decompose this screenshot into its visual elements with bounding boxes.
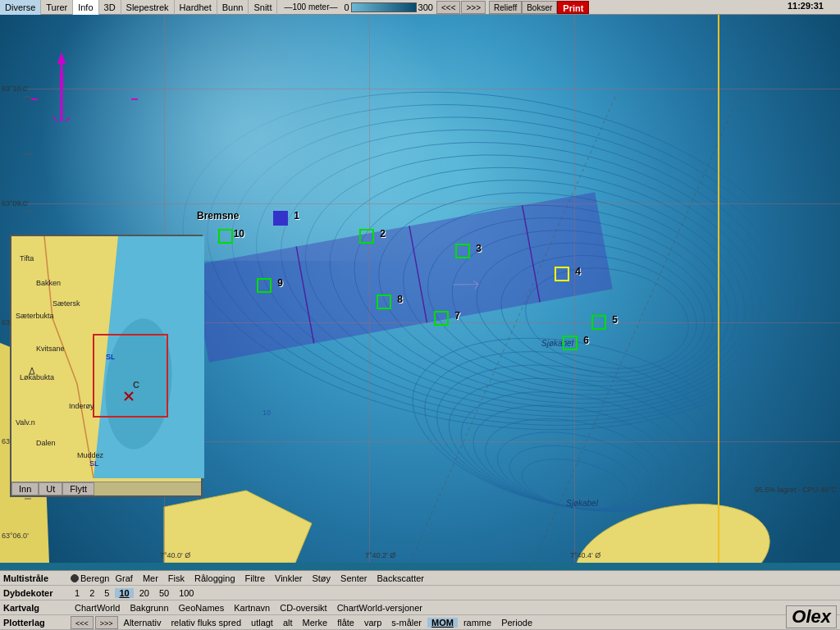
waypoint-6[interactable]: 6 xyxy=(563,336,578,350)
btn-fisk[interactable]: Fisk xyxy=(164,573,189,583)
inset-ut-btn[interactable]: Ut xyxy=(39,482,62,495)
print-btn[interactable]: Print xyxy=(557,1,589,14)
relieff-btn[interactable]: Relieff xyxy=(489,1,522,14)
wp-label-9: 9 xyxy=(277,277,283,289)
lat-label-5: 63°06.0' xyxy=(2,532,29,540)
depth-10[interactable]: 10 xyxy=(115,588,133,598)
depth-20[interactable]: 20 xyxy=(135,588,153,598)
compass xyxy=(49,48,74,131)
nav-left[interactable]: <<< xyxy=(436,1,461,14)
btn-mer[interactable]: Mer xyxy=(139,573,162,583)
btn-utlagt[interactable]: utlagt xyxy=(247,618,277,628)
btn-periode[interactable]: Periode xyxy=(497,618,536,628)
waypoint-8[interactable]: 8 xyxy=(377,294,391,309)
beregn-label[interactable]: Beregn xyxy=(80,573,109,583)
scale-bar: — 100 meter — xyxy=(284,2,337,11)
lat-label-1: 63°10.0' xyxy=(2,84,29,93)
btn-ralogging[interactable]: Rålogging xyxy=(190,573,240,583)
btn-graf[interactable]: Graf xyxy=(111,573,136,583)
waypoint-7[interactable]: 7 xyxy=(434,311,449,326)
waypoint-9[interactable]: 9 xyxy=(257,278,272,293)
top-bar: Diverse Turer Info 3D Slepestrek Hardhet… xyxy=(0,0,840,15)
btn-stoy[interactable]: Støy xyxy=(308,573,335,583)
wp-label-8: 8 xyxy=(397,294,403,305)
bokser-btn[interactable]: Bokser xyxy=(522,1,557,14)
map-container[interactable]: 63°10.0' 63°09.0' 63°08.0' 63°07.0' 63°0… xyxy=(0,15,840,563)
depth-min: 0 xyxy=(344,2,349,12)
btn-varp[interactable]: varp xyxy=(360,618,386,628)
wp-box-9 xyxy=(257,278,272,293)
multistraal-label: Multistråle xyxy=(3,573,69,583)
menu-slepestrek[interactable]: Slepestrek xyxy=(121,0,175,15)
wp-box-6 xyxy=(563,336,578,350)
svg-marker-1 xyxy=(57,52,66,64)
btn-merke[interactable]: Merke xyxy=(299,618,332,628)
waypoint-10[interactable]: 10 xyxy=(218,229,233,244)
depth-2[interactable]: 2 xyxy=(85,588,98,598)
svg-rect-2 xyxy=(60,72,63,89)
wp-label-4: 4 xyxy=(575,266,581,277)
lon-label-2: 7°40.2' Ø xyxy=(365,551,395,559)
dash-mark-1 xyxy=(31,98,38,100)
dash-mark-2 xyxy=(131,98,138,100)
btn-alternativ[interactable]: Alternativ xyxy=(120,618,166,628)
depth-gradient xyxy=(351,2,417,12)
sjokabel-label-bottom: Sjøkabel xyxy=(566,499,598,508)
btn-cd-oversikt[interactable]: CD-oversikt xyxy=(276,603,331,613)
radio-beregn[interactable] xyxy=(71,574,79,582)
btn-smaler[interactable]: s-måler xyxy=(387,618,426,628)
waypoint-3[interactable]: 3 xyxy=(455,244,470,258)
waypoint-5[interactable]: 5 xyxy=(591,315,606,330)
btn-chartworld-ver[interactable]: ChartWorld-versjoner xyxy=(333,603,427,613)
depth-5[interactable]: 5 xyxy=(100,588,113,598)
depth-1[interactable]: 1 xyxy=(71,588,84,598)
inset-flytt-btn[interactable]: Flytt xyxy=(62,482,94,495)
menu-hardhet[interactable]: Hardhet xyxy=(175,0,217,15)
btn-senter[interactable]: Senter xyxy=(336,573,371,583)
menu-diverse[interactable]: Diverse xyxy=(0,0,41,15)
btn-geonames[interactable]: GeoNames xyxy=(175,603,229,613)
depth-50[interactable]: 50 xyxy=(155,588,173,598)
menu-snitt[interactable]: Snitt xyxy=(249,0,277,15)
btn-chartworld[interactable]: ChartWorld xyxy=(71,603,124,613)
btn-rel-fluks[interactable]: relativ fluks spred xyxy=(167,618,245,628)
plotterlag-nav-left[interactable]: <<< xyxy=(71,616,94,629)
nav-buttons: <<< >>> xyxy=(436,1,486,14)
wp-box-3 xyxy=(455,244,470,258)
btn-ramme[interactable]: ramme xyxy=(459,618,495,628)
kartvalg-row: Kartvalg ChartWorld Bakgrunn GeoNames Ka… xyxy=(0,600,840,615)
waypoint-4[interactable]: 4 xyxy=(555,267,569,281)
btn-bakgrunn[interactable]: Bakgrunn xyxy=(126,603,172,613)
wp-box-10 xyxy=(218,229,233,244)
bottom-panels: Multistråle Beregn Graf Mer Fisk Råloggi… xyxy=(0,570,840,630)
wp-box-5 xyxy=(591,315,606,330)
plotterlag-nav-right[interactable]: >>> xyxy=(95,616,118,629)
inset-canvas xyxy=(11,236,204,478)
btn-filtre[interactable]: Filtre xyxy=(241,573,269,583)
lat-label-2: 63°09.0' xyxy=(2,199,29,208)
scale-label: 100 meter xyxy=(292,2,329,11)
menu-3d[interactable]: 3D xyxy=(99,0,121,15)
btn-mom[interactable]: MOM xyxy=(427,618,458,628)
waypoint-2[interactable]: 2 xyxy=(359,229,374,244)
inset-inn-btn[interactable]: Inn xyxy=(11,482,39,495)
menu-turer[interactable]: Turer xyxy=(41,0,73,15)
btn-alt[interactable]: alt xyxy=(279,618,297,628)
depth-max: 300 xyxy=(418,2,433,12)
plotterlag-row: Plotterlag <<< >>> Alternativ relativ fl… xyxy=(0,615,840,630)
btn-flate[interactable]: flåte xyxy=(333,618,358,628)
waypoint-1[interactable]: 1 xyxy=(273,211,288,226)
depth-100[interactable]: 100 xyxy=(175,588,198,598)
bremsne-label: Bremsne xyxy=(197,210,239,221)
btn-kartnavn[interactable]: Kartnavn xyxy=(230,603,274,613)
dybdekoter-label: Dybdekoter xyxy=(3,588,69,598)
depth-range: 0 300 xyxy=(344,2,432,12)
btn-vinkler[interactable]: Vinkler xyxy=(271,573,306,583)
nav-right[interactable]: >>> xyxy=(461,1,486,14)
wp-label-1: 1 xyxy=(294,210,299,221)
wp-label-2: 2 xyxy=(380,228,386,240)
menu-info[interactable]: Info xyxy=(73,0,98,15)
wp-label-10: 10 xyxy=(234,228,244,240)
btn-backscatter[interactable]: Backscatter xyxy=(373,573,428,583)
menu-bunn[interactable]: Bunn xyxy=(217,0,249,15)
